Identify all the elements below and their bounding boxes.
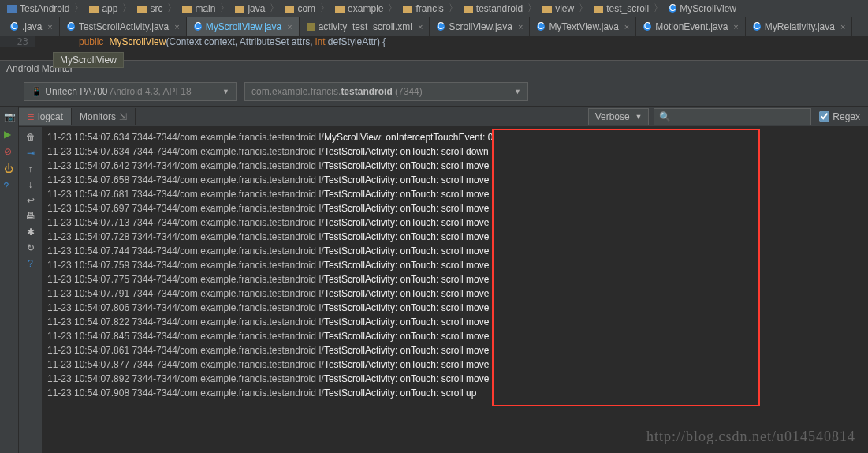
- search-field[interactable]: [674, 111, 806, 122]
- restore-icon: ⇲: [119, 111, 127, 122]
- svg-text:C: C: [538, 22, 545, 32]
- editor-tab[interactable]: CMyTextView.java×: [530, 17, 636, 36]
- log-actions-gutter: 🗑 ⇥ ↑ ↓ ↩ 🖶 ✱ ↻ ?: [19, 127, 43, 453]
- breadcrumb-item[interactable]: java: [233, 3, 266, 14]
- close-icon[interactable]: ×: [518, 22, 523, 32]
- svg-rect-0: [7, 5, 17, 13]
- camera-icon[interactable]: 📷: [4, 111, 15, 122]
- chevron-right-icon: 〉: [579, 2, 588, 15]
- tool-window-title[interactable]: Android Monitor: [0, 60, 868, 77]
- svg-text:C: C: [669, 4, 676, 13]
- watermark: http://blog.csdn.net/u014540814: [646, 429, 855, 445]
- log-line: 11-23 10:54:07.744 7344-7344/com.example…: [47, 244, 863, 258]
- chevron-down-icon: ▼: [635, 113, 642, 121]
- breadcrumb-item[interactable]: src: [135, 3, 164, 14]
- help-icon[interactable]: ?: [28, 258, 33, 269]
- code-line: public MyScrollView(Context context, Att…: [35, 36, 386, 47]
- regex-check[interactable]: [819, 111, 829, 122]
- close-icon[interactable]: ×: [47, 22, 52, 32]
- svg-text:C: C: [644, 22, 651, 32]
- settings-icon[interactable]: ✱: [27, 226, 35, 238]
- svg-text:C: C: [438, 22, 445, 32]
- svg-text:C: C: [753, 22, 760, 32]
- trash-icon[interactable]: 🗑: [26, 132, 35, 143]
- close-icon[interactable]: ×: [287, 22, 292, 32]
- editor-tab[interactable]: CScrollView.java×: [430, 17, 530, 36]
- chevron-right-icon: 〉: [270, 2, 279, 15]
- log-output[interactable]: 11-23 10:54:07.634 7344-7344/com.example…: [43, 127, 868, 453]
- breadcrumb-item[interactable]: francis: [400, 3, 445, 14]
- log-line: 11-23 10:54:07.642 7344-7344/com.example…: [47, 159, 863, 173]
- selectors-bar: 📱 Unitech PA700 Android 4.3, API 18 ▼ co…: [0, 77, 868, 107]
- svg-rect-9: [307, 23, 315, 31]
- log-line: 11-23 10:54:07.877 7344-7344/com.example…: [47, 358, 863, 372]
- log-line: 11-23 10:54:07.845 7344-7344/com.example…: [47, 329, 863, 343]
- scroll-end-icon[interactable]: ⇥: [27, 148, 35, 159]
- breadcrumb-item[interactable]: testandroid: [461, 3, 524, 14]
- down-icon[interactable]: ↓: [28, 179, 33, 190]
- breadcrumb-item[interactable]: example: [333, 3, 385, 14]
- close-icon[interactable]: ×: [733, 22, 738, 32]
- chevron-right-icon: 〉: [388, 2, 397, 15]
- chevron-right-icon: 〉: [167, 2, 177, 15]
- tab-logcat[interactable]: ≣ logcat: [19, 108, 72, 125]
- log-line: 11-23 10:54:07.791 7344-7344/com.example…: [47, 286, 863, 301]
- breadcrumb-item[interactable]: view: [540, 3, 576, 14]
- chevron-right-icon: 〉: [122, 2, 132, 15]
- log-level-selector[interactable]: Verbose ▼: [588, 108, 650, 125]
- log-line: 11-23 10:54:07.634 7344-7344/com.example…: [47, 144, 863, 159]
- breadcrumb-item[interactable]: CMyScrollView: [666, 3, 738, 14]
- editor-tab[interactable]: activity_test_scroll.xml×: [300, 17, 430, 36]
- tab-monitors[interactable]: Monitors ⇲: [72, 108, 136, 125]
- log-line: 11-23 10:54:07.806 7344-7344/com.example…: [47, 301, 863, 315]
- device-icon: 📱 Unitech PA700 Android 4.3, API 18: [31, 86, 192, 97]
- editor-tab[interactable]: CMotionEvent.java×: [636, 17, 746, 36]
- up-icon[interactable]: ↑: [28, 163, 33, 174]
- stop-icon[interactable]: ⊘: [4, 146, 15, 157]
- breadcrumb-item[interactable]: app: [87, 3, 119, 14]
- process-selector[interactable]: com.example.francis.testandroid (7344) ▼: [244, 82, 528, 101]
- terminate-icon[interactable]: ⏻: [4, 163, 15, 174]
- wrap-icon[interactable]: ↩: [27, 195, 35, 206]
- breadcrumb-item[interactable]: com: [282, 3, 317, 14]
- editor-tab[interactable]: C.java×: [3, 17, 60, 36]
- log-line: 11-23 10:54:07.681 7344-7344/com.example…: [47, 187, 863, 201]
- play-icon[interactable]: ▶: [4, 129, 15, 140]
- log-line: 11-23 10:54:07.634 7344-7344/com.example…: [47, 130, 863, 144]
- breadcrumb-item[interactable]: main: [180, 3, 217, 14]
- log-line: 11-23 10:54:07.728 7344-7344/com.example…: [47, 230, 863, 244]
- log-line: 11-23 10:54:07.713 7344-7344/com.example…: [47, 215, 863, 230]
- log-line: 11-23 10:54:07.759 7344-7344/com.example…: [47, 258, 863, 272]
- editor-tab[interactable]: CMyRelativity.java×: [746, 17, 853, 36]
- editor-tab[interactable]: CMyScrollView.java×: [187, 17, 300, 36]
- close-icon[interactable]: ×: [624, 22, 629, 32]
- log-line: 11-23 10:54:07.908 7344-7344/com.example…: [47, 386, 863, 400]
- chevron-right-icon: 〉: [527, 2, 537, 15]
- log-line: 11-23 10:54:07.861 7344-7344/com.example…: [47, 343, 863, 358]
- print-icon[interactable]: 🖶: [26, 211, 35, 222]
- breadcrumb-item[interactable]: TestAndroid: [5, 3, 71, 14]
- log-line: 11-23 10:54:07.658 7344-7344/com.example…: [47, 173, 863, 187]
- chevron-right-icon: 〉: [654, 2, 663, 15]
- regex-checkbox[interactable]: Regex: [819, 111, 860, 122]
- tooltip: MyScrollView: [53, 52, 124, 68]
- help-icon[interactable]: ?: [4, 181, 15, 192]
- editor-tab[interactable]: CTestScrollActivity.java×: [60, 17, 187, 36]
- chevron-down-icon: ▼: [514, 88, 521, 95]
- log-toolbar: ≣ logcat Monitors ⇲ Verbose ▼ 🔍 Regex: [19, 107, 868, 127]
- breadcrumb-item[interactable]: test_scroll: [591, 3, 650, 14]
- logcat-icon: ≣: [27, 111, 35, 122]
- code-editor[interactable]: 23 public MyScrollView(Context context, …: [0, 36, 868, 60]
- device-selector[interactable]: 📱 Unitech PA700 Android 4.3, API 18 ▼: [24, 82, 237, 101]
- chevron-right-icon: 〉: [320, 2, 330, 15]
- restart-icon[interactable]: ↻: [27, 242, 35, 253]
- close-icon[interactable]: ×: [840, 22, 845, 32]
- close-icon[interactable]: ×: [174, 22, 179, 32]
- line-number: 23: [0, 36, 35, 47]
- log-line: 11-23 10:54:07.892 7344-7344/com.example…: [47, 372, 863, 386]
- editor-tabs: C.java×CTestScrollActivity.java×CMyScrol…: [0, 17, 868, 36]
- chevron-down-icon: ▼: [222, 88, 229, 95]
- svg-text:C: C: [11, 22, 18, 32]
- close-icon[interactable]: ×: [418, 22, 423, 32]
- log-search-input[interactable]: 🔍: [654, 108, 811, 125]
